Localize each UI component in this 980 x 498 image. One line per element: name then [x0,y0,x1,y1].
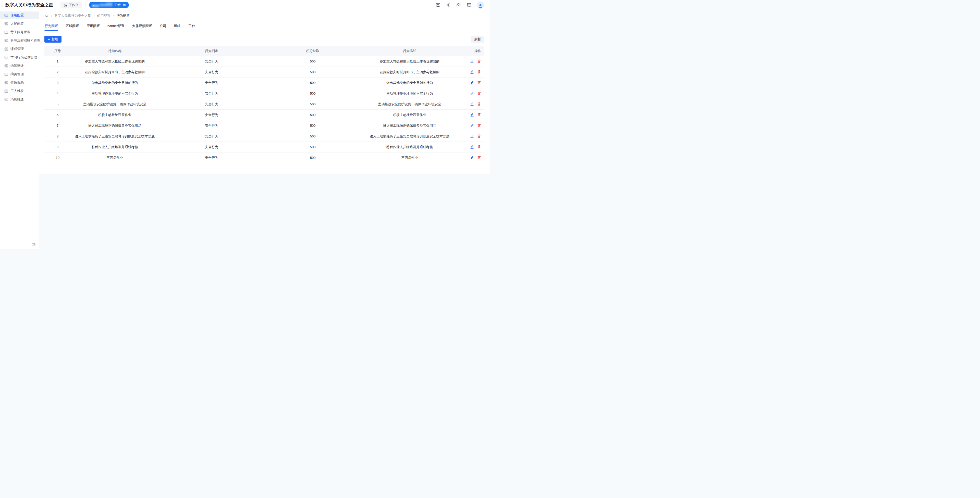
sidebar-item[interactable]: 课程管理 [0,45,39,53]
divider [57,3,57,7]
sidebar-item[interactable]: 抽奖管理 [0,70,39,78]
sidebar-item[interactable]: 劳工账号管理 [0,28,39,36]
breadcrumb-item[interactable]: 使用配置 [91,14,110,18]
cell-behavior-name: 参加重大救援和重大抢险工作表现突出的 [71,56,159,67]
home-icon[interactable] [45,14,48,17]
sidebar-item[interactable]: 结算统计 [0,62,39,70]
sidebar-item-label: 课程管理 [11,47,24,51]
data-board-icon [4,64,8,68]
tab[interactable]: 行为配置 [45,22,58,31]
cell-judgment: 安全行为 [159,142,264,152]
cell-behavior-name: 主动管理作业环境的不安全行为 [71,88,159,99]
cell-behavior-name: 积极主动杜绝违章作业 [71,109,159,121]
cell-index: 6 [45,109,71,121]
cell-score: 500 [264,109,361,121]
cell-index: 5 [45,99,71,109]
delete-icon[interactable] [477,81,481,84]
data-board-icon [4,39,8,43]
delete-icon[interactable] [477,134,481,138]
cell-description: 主动搭设安全防护设施，确保作业环境安全 [361,99,458,109]
dashboard-icon[interactable] [436,3,441,7]
edit-icon[interactable] [470,70,474,74]
delete-icon[interactable] [477,124,481,127]
edit-icon[interactable] [470,102,474,106]
plus-icon: + [48,37,50,41]
cell-actions [458,88,484,99]
cloud-download-icon[interactable] [456,3,461,7]
app-title: 数字人民币行为安全之星 [5,2,53,8]
cell-description: 特种作业人员经培训并通过考核 [361,142,458,152]
col-actions: 操作 [458,46,484,56]
cell-actions [458,121,484,131]
cell-judgment: 安全行为 [159,56,264,67]
edit-icon[interactable] [470,155,474,159]
sidebar-item-label: 结算统计 [11,63,24,68]
tab-label: 公司 [159,24,166,28]
cell-description: 进入施工现场正确佩戴各类劳保用品 [361,121,458,131]
delete-icon[interactable] [477,102,481,106]
tab[interactable]: 班组 [173,22,181,31]
edit-icon[interactable] [470,134,474,138]
delete-icon[interactable] [477,113,481,117]
tab[interactable]: 区域配置 [65,22,79,31]
manual-icon[interactable] [466,3,472,7]
toolbar: + 新增 刷新 [45,36,484,43]
cell-index: 10 [45,152,71,163]
cell-actions [458,131,484,142]
breadcrumb-item[interactable]: 行为配置 [110,14,130,18]
edit-icon[interactable] [470,59,474,63]
edit-icon[interactable] [470,124,474,127]
cell-description: 进入工地前经历了三级安全教育培训以及安全技术交底 [361,131,458,142]
collapse-sidebar-icon[interactable] [32,243,36,247]
tab[interactable]: 大屏视频配置 [132,22,152,31]
tab[interactable]: banner配置 [107,22,124,31]
table-row: 4 主动管理作业环境的不安全行为 安全行为 500 主动管理作业环境的不安全行为 [45,88,484,99]
col-score: 积分获取 [264,46,361,56]
sidebar-item-label: 大屏配置 [11,21,24,26]
user-avatar[interactable] [477,2,484,8]
sidebar-item[interactable]: 学习行为记录管理 [0,54,39,61]
table-header-row: 序号 行为名称 行为判定 积分获取 行为描述 操作 [45,46,484,56]
tab[interactable]: 工种 [188,22,195,31]
cell-actions [458,152,484,163]
cell-score: 500 [264,152,361,163]
delete-icon[interactable] [477,91,481,95]
data-board-icon [4,14,8,17]
cell-judgment: 安全行为 [159,78,264,88]
workbench-button[interactable]: 工作台 [60,2,82,8]
delete-icon[interactable] [477,145,481,149]
settings-icon[interactable] [446,3,451,7]
cell-index: 2 [45,67,71,78]
add-button[interactable]: + 新增 [45,36,62,43]
tab-label: 工种 [188,24,195,28]
table-row: 9 特种作业人员经培训并通过考核 安全行为 500 特种作业人员经培训并通过考核 [45,142,484,152]
sidebar-item-label: 健康援助 [11,80,24,85]
behavior-table: 序号 行为名称 行为判定 积分获取 行为描述 操作 1 参加重大救援和重大抢险工… [45,46,484,163]
cell-behavior-name: 在抢险救灾时挺身而出，主动参与救援的 [71,67,159,78]
project-switcher[interactable]: , 工程 [89,2,129,8]
sidebar-item[interactable]: 大屏配置 [0,20,39,27]
breadcrumb-item[interactable]: 数字人民币行为安全之星 [48,14,91,18]
sidebar-item[interactable]: 消息推送 [0,96,39,103]
delete-icon[interactable] [477,59,481,63]
tab[interactable]: 应用配置 [86,22,100,31]
edit-icon[interactable] [470,145,474,149]
refresh-button[interactable]: 刷新 [471,36,484,43]
delete-icon[interactable] [477,155,481,159]
tab-label: 应用配置 [86,24,100,28]
sidebar-item[interactable]: 健康援助 [0,79,39,86]
edit-icon[interactable] [470,113,474,117]
tab-label: 班组 [174,24,180,28]
cell-index: 1 [45,56,71,67]
sidebar-item[interactable]: 使用配置 [0,11,39,19]
sidebar-item[interactable]: 工人维权 [0,87,39,95]
data-board-icon [4,98,8,102]
edit-icon[interactable] [470,91,474,95]
tab[interactable]: 公司 [159,22,166,31]
edit-icon[interactable] [470,81,474,84]
cell-score: 500 [264,121,361,131]
data-board-icon [4,81,8,85]
delete-icon[interactable] [477,70,481,74]
sidebar-item[interactable]: 管理观察员账号管理 [0,37,39,44]
workbench-label: 工作台 [68,3,79,7]
